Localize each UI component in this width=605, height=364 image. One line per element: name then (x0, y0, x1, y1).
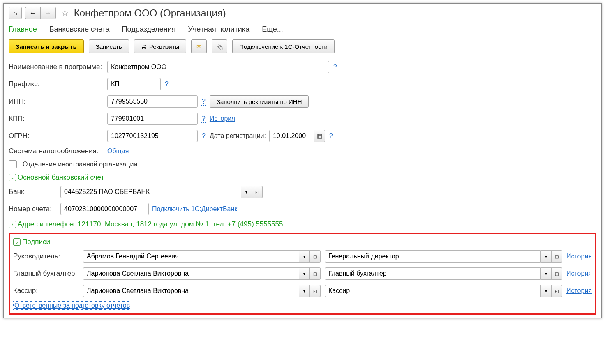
head-person-input[interactable] (83, 250, 299, 263)
bank-input[interactable] (60, 186, 241, 198)
head-position-open-icon[interactable]: ◰ (552, 250, 562, 263)
name-label: Наименование в программе: (9, 63, 104, 71)
head-position-input[interactable] (325, 250, 541, 263)
cashier-person-input[interactable] (83, 285, 299, 297)
reg-date-help-icon[interactable]: ? (328, 132, 334, 140)
attachment-button[interactable] (212, 39, 227, 53)
head-history-link[interactable]: История (566, 253, 592, 260)
prefix-help-icon[interactable]: ? (164, 81, 169, 88)
accountant-history-link[interactable]: История (566, 270, 592, 277)
head-position-dropdown-icon[interactable]: ▾ (541, 250, 552, 263)
signatures-title: Подписи (22, 238, 50, 246)
signatures-highlighted-section: ⌄ Подписи Руководитель: ▾ ◰ ▾ ◰ История … (9, 233, 596, 315)
head-person-open-icon[interactable]: ◰ (310, 250, 321, 263)
cashier-position-input[interactable] (325, 285, 541, 297)
account-label: Номер счета: (9, 205, 57, 213)
printer-icon (141, 43, 147, 50)
paperclip-icon (216, 43, 223, 50)
tabs: Главное Банковские счета Подразделения У… (9, 25, 596, 34)
page-title: Конфетпром ООО (Организация) (74, 7, 226, 19)
cashier-history-link[interactable]: История (566, 287, 592, 295)
name-input[interactable] (107, 61, 329, 73)
home-button[interactable]: ⌂ (9, 7, 22, 19)
collapse-toggle-signatures[interactable]: ⌄ (13, 238, 21, 246)
mail-icon (196, 43, 201, 50)
collapse-toggle-address[interactable]: › (9, 221, 16, 228)
prefix-input[interactable] (107, 78, 161, 90)
bank-section-header: ⌄ Основной банковский счет (9, 173, 596, 182)
kpp-help-icon[interactable]: ? (201, 115, 206, 123)
cashier-person-open-icon[interactable]: ◰ (310, 285, 321, 297)
kpp-label: КПП: (9, 115, 104, 123)
accountant-person-open-icon[interactable]: ◰ (310, 267, 321, 280)
bank-dropdown-icon[interactable]: ▾ (241, 186, 252, 198)
kpp-input[interactable] (107, 113, 198, 125)
cashier-position-open-icon[interactable]: ◰ (552, 285, 562, 297)
connect-1c-reporting-button[interactable]: Подключение к 1С-Отчетности (232, 39, 335, 53)
foreign-branch-checkbox[interactable] (9, 160, 17, 168)
ogrn-help-icon[interactable]: ? (201, 132, 206, 140)
print-details-button[interactable]: Реквизиты (134, 39, 187, 53)
prefix-label: Префикс: (9, 80, 104, 88)
tab-more[interactable]: Еще... (262, 25, 283, 34)
tab-divisions[interactable]: Подразделения (122, 25, 176, 34)
tab-bank-accounts[interactable]: Банковские счета (49, 25, 110, 34)
reg-date-label: Дата регистрации: (210, 132, 266, 140)
inn-label: ИНН: (9, 97, 104, 106)
ogrn-label: ОГРН: (9, 132, 104, 140)
address-phone-text: Адрес и телефон: 121170, Москва г, 1812 … (18, 220, 283, 228)
bank-combo: ▾ ◰ (60, 186, 263, 198)
account-input[interactable] (60, 203, 149, 215)
tax-system-label: Система налогообложения: (9, 147, 104, 155)
head-label: Руководитель: (13, 252, 79, 260)
bank-label: Банк: (9, 188, 57, 196)
accountant-person-dropdown-icon[interactable]: ▾ (299, 267, 310, 280)
cashier-label: Кассир: (13, 287, 79, 295)
accountant-label: Главный бухгалтер: (13, 270, 79, 278)
head-person-dropdown-icon[interactable]: ▾ (299, 250, 310, 263)
accountant-position-input[interactable] (325, 267, 541, 280)
toolbar: Записать и закрыть Записать Реквизиты По… (9, 39, 596, 53)
bank-open-icon[interactable]: ◰ (252, 186, 263, 198)
accountant-position-dropdown-icon[interactable]: ▾ (541, 267, 552, 280)
cashier-position-dropdown-icon[interactable]: ▾ (541, 285, 552, 297)
accountant-person-input[interactable] (83, 267, 299, 280)
cashier-person-dropdown-icon[interactable]: ▾ (299, 285, 310, 297)
name-help-icon[interactable]: ? (333, 63, 338, 71)
address-section-header: › Адрес и телефон: 121170, Москва г, 181… (9, 220, 596, 228)
inn-input[interactable] (107, 95, 198, 108)
arrow-right-icon: → (45, 9, 51, 17)
signatures-section-header: ⌄ Подписи (13, 238, 592, 246)
mail-button[interactable] (191, 39, 207, 53)
tax-system-link[interactable]: Общая (107, 147, 129, 155)
header-bar: ⌂ ← → ☆ Конфетпром ООО (Организация) (9, 7, 596, 19)
fill-by-inn-button[interactable]: Заполнить реквизиты по ИНН (210, 95, 309, 108)
reports-responsible-link[interactable]: Ответственные за подготовку отчетов (13, 301, 131, 310)
collapse-toggle-bank[interactable]: ⌄ (9, 174, 16, 181)
reg-date-input[interactable] (269, 130, 314, 142)
kpp-history-link[interactable]: История (210, 115, 235, 122)
inn-help-icon[interactable]: ? (201, 98, 206, 106)
foreign-branch-label: Отделение иностранной организации (23, 161, 137, 168)
tab-accounting-policy[interactable]: Учетная политика (188, 25, 249, 34)
nav-group: ← → (25, 7, 56, 19)
tab-main[interactable]: Главное (9, 25, 37, 34)
ogrn-input[interactable] (107, 130, 198, 142)
reg-date-field (269, 130, 325, 142)
accountant-position-open-icon[interactable]: ◰ (552, 267, 562, 280)
favorite-star-icon[interactable]: ☆ (59, 8, 71, 18)
arrow-left-icon: ← (30, 9, 36, 17)
calendar-icon[interactable] (314, 130, 325, 142)
forward-button[interactable]: → (40, 7, 56, 19)
save-button[interactable]: Записать (89, 39, 129, 53)
back-button[interactable]: ← (25, 7, 40, 19)
bank-section-title: Основной банковский счет (18, 173, 104, 182)
save-and-close-button[interactable]: Записать и закрыть (9, 39, 84, 53)
directbank-link[interactable]: Подключить 1С:ДиректБанк (152, 205, 237, 213)
details-label: Реквизиты (149, 43, 180, 50)
home-icon: ⌂ (13, 9, 17, 17)
